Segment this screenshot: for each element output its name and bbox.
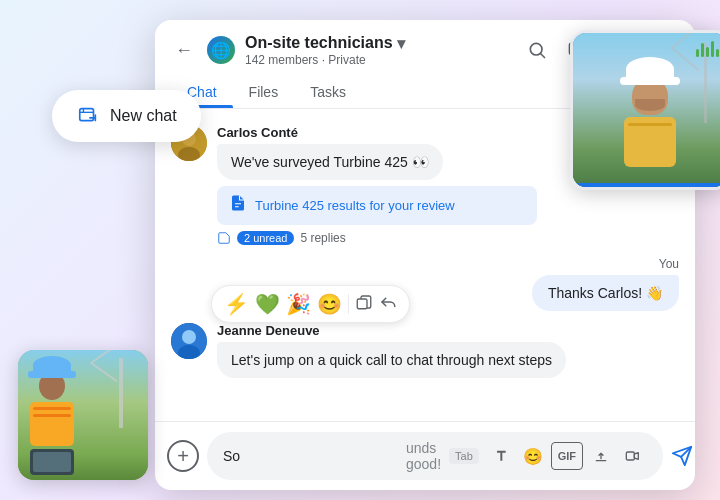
bottom-photo	[18, 350, 148, 480]
reaction-heart[interactable]: 💚	[255, 292, 280, 316]
input-bar: + unds good! Tab 😊 GIF	[155, 421, 695, 490]
message-input[interactable]	[223, 448, 398, 464]
svg-line-6	[541, 54, 545, 58]
text-input-container: unds good! Tab 😊 GIF	[207, 432, 663, 480]
message-content-jeanne: Jeanne Deneuve Let's jump on a quick cal…	[217, 323, 679, 378]
self-bubble: Thanks Carlos! 👋	[532, 275, 679, 311]
doc-name: Turbine 425 results for your review	[255, 198, 455, 213]
self-label: You	[532, 257, 679, 271]
tab-hint: Tab	[449, 448, 479, 464]
svg-point-19	[182, 330, 196, 344]
group-icon: 🌐	[207, 36, 235, 64]
avatar-jeanne	[171, 323, 207, 359]
new-chat-label: New chat	[110, 107, 177, 125]
group-meta: 142 members · Private	[245, 53, 405, 67]
reaction-copy[interactable]	[355, 293, 373, 316]
new-chat-button[interactable]: New chat	[52, 90, 201, 142]
tab-tasks[interactable]: Tasks	[294, 76, 362, 108]
new-chat-icon	[76, 104, 100, 128]
text-format-button[interactable]	[487, 442, 515, 470]
reaction-divider	[348, 294, 349, 314]
group-title: On-site technicians ▾ 142 members · Priv…	[245, 34, 405, 67]
reaction-lightning[interactable]: ⚡	[224, 292, 249, 316]
input-icons: 😊 GIF	[487, 442, 647, 470]
doc-icon	[229, 194, 247, 217]
svg-rect-22	[626, 452, 634, 460]
group-name-text: On-site technicians	[245, 34, 393, 52]
svg-rect-17	[357, 299, 367, 309]
reaction-reply[interactable]	[379, 293, 397, 316]
message-group-jeanne: Jeanne Deneuve Let's jump on a quick cal…	[171, 323, 679, 378]
reaction-party[interactable]: 🎉	[286, 292, 311, 316]
upload-button[interactable]	[587, 442, 615, 470]
send-button[interactable]	[671, 438, 693, 474]
unread-badge: 2 unread	[237, 231, 294, 245]
add-button[interactable]: +	[167, 440, 199, 472]
message-bubble-carlos: We've surveyed Turbine 425 👀	[217, 144, 443, 180]
emoji-button[interactable]: 😊	[519, 442, 547, 470]
gif-button[interactable]: GIF	[551, 442, 583, 470]
reply-count: 5 replies	[300, 231, 345, 245]
video-message-button[interactable]	[619, 442, 647, 470]
video-call-card[interactable]	[570, 30, 720, 190]
video-card-content	[573, 33, 720, 187]
sender-name-jeanne: Jeanne Deneuve	[217, 323, 679, 338]
svg-rect-21	[595, 460, 606, 461]
search-button[interactable]	[519, 32, 555, 68]
autocomplete-hint: unds good!	[406, 440, 441, 472]
reaction-smile[interactable]: 😊	[317, 292, 342, 316]
svg-rect-0	[80, 109, 94, 121]
dropdown-icon[interactable]: ▾	[397, 34, 405, 53]
reply-info[interactable]: 2 unread 5 replies	[217, 231, 679, 245]
tab-files[interactable]: Files	[233, 76, 295, 108]
reaction-bar: ⚡ 💚 🎉 😊	[211, 285, 410, 323]
message-bubble-jeanne: Let's jump on a quick call to chat throu…	[217, 342, 566, 378]
back-button[interactable]: ←	[171, 36, 197, 65]
doc-attachment[interactable]: Turbine 425 results for your review	[217, 186, 537, 225]
